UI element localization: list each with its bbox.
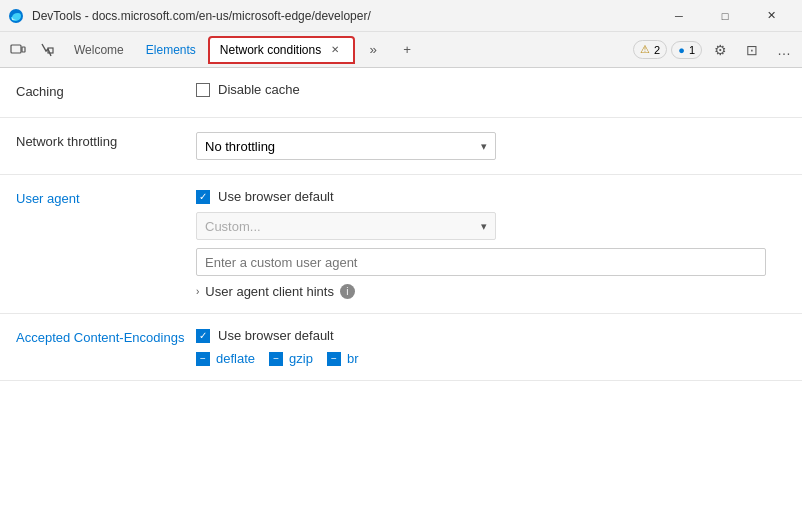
- maximize-button[interactable]: □: [702, 0, 748, 32]
- disable-cache-label: Disable cache: [218, 82, 300, 97]
- dock-icon: ⊡: [746, 42, 758, 58]
- edge-icon: [8, 8, 24, 24]
- info-badge-button[interactable]: ● 1: [671, 41, 702, 59]
- inspect-icon: [40, 42, 56, 58]
- add-tab-icon: +: [403, 42, 411, 57]
- gzip-label: gzip: [289, 351, 313, 366]
- svg-rect-1: [11, 45, 21, 53]
- settings-button[interactable]: ⚙: [706, 36, 734, 64]
- more-tabs-icon: »: [370, 42, 377, 57]
- custom-ua-dropdown[interactable]: Custom... ▾: [196, 212, 496, 240]
- user-agent-content: Use browser default Custom... ▾ › User a…: [196, 189, 786, 299]
- deflate-label: deflate: [216, 351, 255, 366]
- encodings-row: deflate gzip br: [196, 351, 786, 366]
- network-throttling-content: No throttling ▾: [196, 132, 786, 160]
- device-icon: [10, 42, 26, 58]
- caching-label: Caching: [16, 82, 196, 99]
- dock-button[interactable]: ⊡: [738, 36, 766, 64]
- use-browser-default-encodings-checkbox[interactable]: [196, 329, 210, 343]
- warning-triangle-icon: ⚠: [640, 43, 650, 56]
- tab-elements-label: Elements: [146, 43, 196, 57]
- toolbar-right: ⚠ 2 ● 1 ⚙ ⊡ …: [633, 36, 798, 64]
- accepted-encodings-content: Use browser default deflate gzip br: [196, 328, 786, 366]
- disable-cache-checkbox[interactable]: [196, 83, 210, 97]
- user-agent-label: User agent: [16, 189, 196, 206]
- tab-welcome[interactable]: Welcome: [64, 36, 134, 64]
- devtools-content: Caching Disable cache Network throttling…: [0, 68, 802, 381]
- use-browser-default-encodings-label: Use browser default: [218, 328, 334, 343]
- add-tab-button[interactable]: +: [393, 36, 421, 64]
- tab-welcome-label: Welcome: [74, 43, 124, 57]
- deflate-checkbox[interactable]: [196, 352, 210, 366]
- tab-network-conditions-label: Network conditions: [220, 43, 321, 57]
- info-circle-icon: ●: [678, 44, 685, 56]
- warning-badge-button[interactable]: ⚠ 2: [633, 40, 667, 59]
- hints-label: User agent client hints: [205, 284, 334, 299]
- network-throttling-label: Network throttling: [16, 132, 196, 149]
- tab-network-conditions[interactable]: Network conditions ✕: [208, 36, 355, 64]
- accepted-encodings-section: Accepted Content-Encodings Use browser d…: [0, 314, 802, 381]
- use-browser-default-row: Use browser default: [196, 189, 786, 204]
- more-options-icon: …: [777, 42, 791, 58]
- close-button[interactable]: ✕: [748, 0, 794, 32]
- accepted-encodings-label: Accepted Content-Encodings: [16, 328, 196, 345]
- warning-count: 2: [654, 44, 660, 56]
- more-tabs-button[interactable]: »: [359, 36, 387, 64]
- chevron-down-icon: ▾: [481, 140, 487, 153]
- chevron-down-icon-2: ▾: [481, 220, 487, 233]
- br-label: br: [347, 351, 359, 366]
- custom-ua-value: Custom...: [205, 219, 261, 234]
- gzip-checkbox[interactable]: [269, 352, 283, 366]
- caching-section: Caching Disable cache: [0, 68, 802, 118]
- window-controls: ─ □ ✕: [656, 0, 794, 32]
- window-title: DevTools - docs.microsoft.com/en-us/micr…: [32, 9, 648, 23]
- tab-close-button[interactable]: ✕: [327, 42, 343, 58]
- tab-bar: Welcome Elements Network conditions ✕ » …: [0, 32, 802, 68]
- use-browser-default-checkbox[interactable]: [196, 190, 210, 204]
- user-agent-hints-row[interactable]: › User agent client hints i: [196, 284, 786, 299]
- expand-arrow-icon: ›: [196, 286, 199, 297]
- caching-content: Disable cache: [196, 82, 786, 97]
- custom-ua-input[interactable]: [196, 248, 766, 276]
- use-browser-default-encodings-row: Use browser default: [196, 328, 786, 343]
- disable-cache-row: Disable cache: [196, 82, 786, 97]
- title-bar: DevTools - docs.microsoft.com/en-us/micr…: [0, 0, 802, 32]
- info-count: 1: [689, 44, 695, 56]
- network-throttling-section: Network throttling No throttling ▾: [0, 118, 802, 175]
- more-options-button[interactable]: …: [770, 36, 798, 64]
- throttling-value: No throttling: [205, 139, 275, 154]
- inspect-button[interactable]: [34, 36, 62, 64]
- throttling-dropdown[interactable]: No throttling ▾: [196, 132, 496, 160]
- br-checkbox[interactable]: [327, 352, 341, 366]
- info-icon[interactable]: i: [340, 284, 355, 299]
- svg-rect-2: [22, 47, 25, 52]
- settings-icon: ⚙: [714, 42, 727, 58]
- user-agent-section: User agent Use browser default Custom...…: [0, 175, 802, 314]
- device-emulation-button[interactable]: [4, 36, 32, 64]
- tab-elements[interactable]: Elements: [136, 36, 206, 64]
- use-browser-default-label: Use browser default: [218, 189, 334, 204]
- minimize-button[interactable]: ─: [656, 0, 702, 32]
